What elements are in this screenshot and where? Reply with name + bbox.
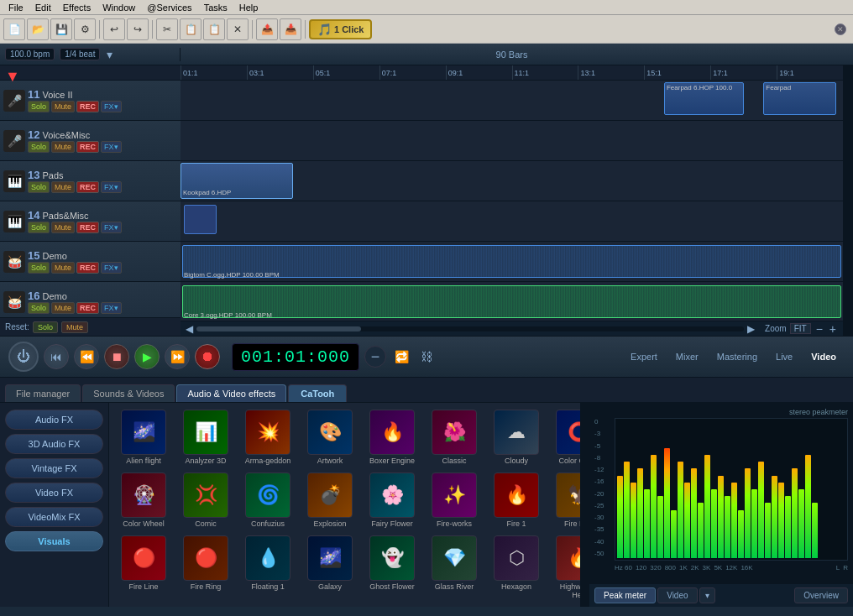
transport-chain[interactable]: ⛓ [417,347,436,367]
btn-mute-0[interactable]: Mute [51,101,75,112]
tab-file-manager[interactable]: File manager [5,384,81,402]
mode-live[interactable]: Live [767,349,801,364]
toolbar-settings[interactable]: ⚙ [74,18,96,40]
toolbar-redo[interactable]: ↪ [127,18,149,40]
transport-minus[interactable]: − [364,346,386,368]
btn-rec-2[interactable]: REC [76,181,99,193]
menu-edit[interactable]: Edit [30,2,56,13]
effect-item-20[interactable]: 👻Ghost Flower [363,534,421,603]
mode-video[interactable]: Video [803,349,845,364]
effect-item-21[interactable]: 💎Glass River [425,534,484,603]
meter-dropdown-arrow[interactable]: ▾ [699,587,715,603]
tab-audio-video-effects[interactable]: Audio & Video effects [176,384,286,402]
zoom-in[interactable]: + [828,322,838,336]
mode-mixer[interactable]: Mixer [667,349,707,364]
btn-videomix-fx[interactable]: VideoMix FX [5,507,103,527]
effect-item-11[interactable]: 💣Explosion [301,471,359,530]
btn-rec-5[interactable]: REC [76,302,99,314]
btn-3d-audio-fx[interactable]: 3D Audio FX [5,434,103,454]
transport-rewind[interactable]: ⏪ [74,344,99,369]
toolbar-new[interactable]: 📄 [3,18,25,40]
btn-solo-2[interactable]: Solo [28,181,50,193]
effect-item-18[interactable]: 💧Floating 1 [238,534,297,603]
effect-item-0[interactable]: 🌌Alien flight [114,408,173,467]
effect-item-16[interactable]: 🔴Fire Line [114,534,173,603]
transport-loop[interactable]: 🔁 [391,347,412,367]
menu-file[interactable]: File [3,2,29,13]
toolbar-oneclick[interactable]: 🎵 1 Click [309,19,372,39]
toolbar-import[interactable]: 📥 [280,18,301,40]
menu-tasks[interactable]: Tasks [199,2,233,13]
zoom-out[interactable]: − [814,322,824,336]
scroll-right[interactable]: ▶ [747,323,755,335]
toolbar-copy[interactable]: 📋 [180,18,201,40]
effect-item-3[interactable]: 🎨Artwork [301,408,359,467]
toolbar-undo[interactable]: ↩ [103,18,125,40]
btn-fx-4[interactable]: FX▾ [101,262,122,274]
bpm-arrow-down[interactable]: ▾ [107,48,113,61]
btn-mute-5[interactable]: Mute [51,302,75,314]
btn-solo-0[interactable]: Solo [28,101,50,112]
close-btn[interactable]: ✕ [835,23,846,35]
btn-rec-1[interactable]: REC [76,141,99,153]
btn-video-fx[interactable]: Video FX [5,483,103,503]
btn-fx-5[interactable]: FX▾ [101,302,122,314]
menu-effects[interactable]: Effects [58,2,96,13]
mode-mastering[interactable]: Mastering [709,349,766,364]
btn-rec-4[interactable]: REC [76,262,99,274]
effect-item-5[interactable]: 🌺Classic [425,408,484,467]
effect-item-22[interactable]: ⬡Hexagon [487,534,546,603]
toolbar-delete[interactable]: ✕ [227,18,249,40]
effect-item-4[interactable]: 🔥Boxer Engine [363,408,421,467]
menu-services[interactable]: @Services [142,2,196,13]
toolbar-open[interactable]: 📂 [27,18,49,40]
tab-video-meter[interactable]: Video [657,587,697,603]
transport-forward[interactable]: ⏩ [165,344,190,369]
btn-solo-1[interactable]: Solo [28,141,50,153]
mode-expert[interactable]: Expert [622,349,666,364]
effects-scrollbar[interactable] [580,403,589,607]
transport-rewind-start[interactable]: ⏮ [44,344,69,369]
btn-fx-2[interactable]: FX▾ [101,181,122,193]
toolbar-cut[interactable]: ✂ [156,18,178,40]
lane-block-0[interactable]: Fearpad [763,82,836,115]
btn-audio-fx[interactable]: Audio FX [5,410,103,430]
btn-mute-1[interactable]: Mute [51,141,75,153]
transport-play[interactable]: ▶ [134,344,160,369]
btn-rec-3[interactable]: REC [76,222,99,233]
menu-window[interactable]: Window [97,2,140,13]
btn-solo-5[interactable]: Solo [28,302,50,314]
tab-peak-meter[interactable]: Peak meter [594,587,656,603]
btn-solo-3[interactable]: Solo [28,222,50,233]
effect-item-13[interactable]: ✨Fire-works [425,471,484,530]
reset-solo[interactable]: Solo [33,321,58,333]
btn-mute-3[interactable]: Mute [51,222,75,233]
btn-fx-0[interactable]: FX▾ [101,101,122,112]
lane-block-pads[interactable]: Kookpad 6.HDP [181,163,293,199]
btn-fx-3[interactable]: FX▾ [101,222,122,233]
effect-item-19[interactable]: 🌌Galaxy [301,534,359,603]
effect-item-14[interactable]: 🔥Fire 1 [487,471,546,530]
btn-rec-0[interactable]: REC [76,101,99,112]
effect-item-12[interactable]: 🌸Fairy Flower [363,471,421,530]
toolbar-save[interactable]: 💾 [50,18,72,40]
bpm-display[interactable]: 100.0 bpm [5,48,55,60]
btn-visuals[interactable]: Visuals [5,531,103,551]
effect-item-2[interactable]: 💥Arma-geddon [238,408,297,467]
effect-item-10[interactable]: 🌀Confuzius [238,471,297,530]
lane-block-0[interactable]: Fearpad 6.HOP 100.0 [664,82,744,115]
effect-item-6[interactable]: ☁Cloudy [487,408,546,467]
transport-record[interactable]: ⏺ [195,344,220,369]
vertical-scrollbar[interactable] [843,65,853,336]
effect-item-9[interactable]: 💢Comic [176,471,235,530]
btn-fx-1[interactable]: FX▾ [101,141,122,153]
effect-item-8[interactable]: 🎡Color Wheel [114,471,173,530]
btn-vintage-fx[interactable]: Vintage FX [5,458,103,478]
effect-item-1[interactable]: 📊Analyzer 3D [176,408,235,467]
scroll-left[interactable]: ◀ [186,323,193,335]
menu-help[interactable]: Help [234,2,264,13]
btn-solo-4[interactable]: Solo [28,262,50,274]
tab-catooh[interactable]: CaTooh [288,384,347,402]
beat-display[interactable]: 1/4 beat [60,48,100,60]
reset-mute[interactable]: Mute [61,321,88,333]
